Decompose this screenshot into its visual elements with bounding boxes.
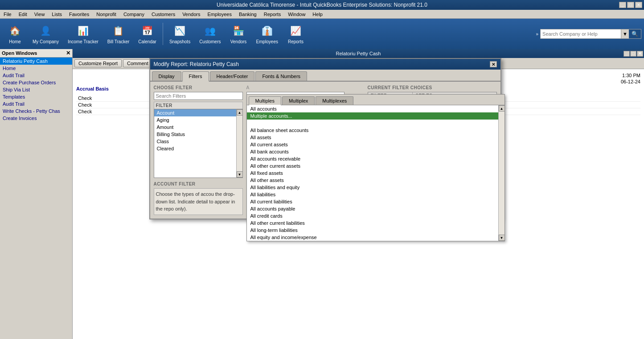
dropdown-item-all-other-current-liabilities[interactable]: All other current liabilities [247, 219, 498, 227]
filter-item-class[interactable]: Class [154, 138, 236, 145]
dropdown-list-wrapper: All accounts Multiple accounts... All ba… [247, 105, 505, 241]
menu-banking[interactable]: Banking [237, 12, 258, 17]
toolbar: 🏠 Home 👤 My Company 📊 Income Tracker 📋 B… [0, 19, 644, 49]
snapshots-icon: 📉 [173, 24, 187, 38]
dropdown-tab-multiplex[interactable]: Multiplex [282, 96, 315, 105]
dropdown-item-all-liabilities[interactable]: All liabilities [247, 191, 498, 198]
filter-item-cleared[interactable]: Cleared [154, 145, 236, 152]
menu-vendors[interactable]: Vendors [180, 12, 202, 17]
window-item-ship-via-list[interactable]: Ship Via List [0, 86, 72, 93]
account-label: A [246, 85, 364, 90]
customers-icon: 👥 [203, 24, 217, 38]
search-dropdown[interactable]: ▼ [621, 29, 629, 38]
window-item-home[interactable]: Home [0, 65, 72, 72]
dropdown-item-all-credit-cards[interactable]: All credit cards [247, 212, 498, 219]
dropdown-item-all-balance-sheet[interactable]: All balance sheet accounts [247, 127, 498, 134]
more-button[interactable]: » [536, 32, 539, 37]
filter-scroll-up[interactable]: ▲ [237, 109, 243, 116]
search-go-button[interactable]: 🔍 [629, 29, 641, 38]
menu-view[interactable]: View [33, 12, 47, 17]
filter-item-aging[interactable]: Aging [154, 116, 236, 124]
open-windows-header: Open Windows ✕ [0, 49, 72, 58]
dropdown-item-all-accounts[interactable]: All accounts [247, 105, 498, 112]
menu-customers[interactable]: Customers [150, 12, 177, 17]
close-panel-button[interactable]: ✕ [66, 50, 70, 56]
dropdown-tabs: Multiples Multiplex Multiplexes [247, 95, 505, 105]
window-item-audit-trail[interactable]: Audit Trail [0, 72, 72, 79]
toolbar-vendors-label: Vendors [230, 39, 247, 44]
dropdown-item-spacer [247, 120, 498, 127]
window-item-create-purchase-orders[interactable]: Create Purchase Orders [0, 79, 72, 86]
close-button[interactable]: ✕ [635, 2, 642, 8]
menu-company[interactable]: Company [122, 12, 146, 17]
toolbar-bill-tracker-label: Bill Tracker [107, 39, 129, 44]
menu-nonprofit[interactable]: Nonprofit [94, 12, 118, 17]
filter-scroll-down[interactable]: ▼ [237, 171, 243, 178]
menu-favorites[interactable]: Favorites [67, 12, 91, 17]
income-tracker-icon: 📊 [76, 24, 90, 38]
toolbar-calendar[interactable]: 📅 Calendar [135, 22, 160, 46]
dropdown-scroll-up[interactable]: ▲ [499, 105, 505, 112]
window-item-petty-cash[interactable]: Relatoriu Petty Cash [0, 58, 72, 65]
toolbar-income-tracker-label: Income Tracker [68, 39, 98, 44]
app-title: Universidade Católica Timorense - Intuit… [217, 2, 427, 8]
dropdown-item-all-long-term-liabilities[interactable]: All long-term liabilities [247, 227, 498, 234]
dropdown-item-all-assets[interactable]: All assets [247, 134, 498, 141]
window-item-audit-trail-2[interactable]: Audit Trail [0, 100, 72, 107]
toolbar-home[interactable]: 🏠 Home [3, 22, 27, 46]
menu-lists[interactable]: Lists [50, 12, 64, 17]
toolbar-reports-label: Reports [288, 39, 304, 44]
dropdown-item-all-fixed-assets[interactable]: All fixed assets [247, 170, 498, 177]
dropdown-item-all-other-current-assets[interactable]: All other current assets [247, 162, 498, 170]
window-item-templates[interactable]: Templates [0, 93, 72, 100]
dropdown-item-multiple-accounts[interactable]: Multiple accounts... [247, 112, 498, 120]
account-dropdown-popup: Multiples Multiplex Multiplexes All acco… [246, 94, 505, 241]
window-item-create-invoices[interactable]: Create Invoices [0, 115, 72, 122]
maximize-button[interactable]: □ [627, 2, 634, 8]
dropdown-item-all-other-assets[interactable]: All other assets [247, 177, 498, 184]
menu-file[interactable]: File [2, 12, 13, 17]
dropdown-item-all-liabilities-equity[interactable]: All liabilities and equity [247, 184, 498, 191]
minimize-button[interactable]: _ [619, 2, 626, 8]
toolbar-income-tracker[interactable]: 📊 Income Tracker [64, 22, 102, 46]
filter-item-account[interactable]: Account [154, 109, 236, 116]
menu-reports[interactable]: Reports [262, 12, 283, 17]
filter-item-amount[interactable]: Amount [154, 124, 236, 131]
dropdown-item-all-current-liabilities[interactable]: All current liabilities [247, 198, 498, 205]
filter-item-billing-status[interactable]: Billing Status [154, 131, 236, 138]
tab-fonts-numbers[interactable]: Fonts & Numbers [255, 71, 307, 81]
toolbar-employees[interactable]: 👔 Employees [253, 22, 282, 46]
tab-display[interactable]: Display [152, 71, 181, 81]
dropdown-item-all-accounts-receivable[interactable]: All accounts receivable [247, 155, 498, 162]
toolbar-snapshots-label: Snapshots [169, 39, 190, 44]
dropdown-item-all-equity[interactable]: All equity and income/expense [247, 234, 498, 241]
dropdown-item-all-accounts-payable[interactable]: All accounts payable [247, 205, 498, 212]
filter-search-input[interactable] [154, 92, 243, 100]
dropdown-tab-multiplexes[interactable]: Multiplexes [316, 96, 353, 105]
calendar-icon: 📅 [140, 24, 155, 38]
toolbar-vendors[interactable]: 🏪 Vendors [226, 22, 251, 46]
toolbar-reports[interactable]: 📈 Reports [283, 22, 308, 46]
menu-employees[interactable]: Employees [206, 12, 234, 17]
toolbar-customers[interactable]: 👥 Customers [196, 22, 224, 46]
menu-window[interactable]: Window [286, 12, 307, 17]
window-item-write-checks[interactable]: Write Checks - Petty Chas [0, 107, 72, 115]
dropdown-tab-multiples[interactable]: Multiples [249, 96, 281, 106]
menu-help[interactable]: Help [311, 12, 324, 17]
toolbar-bill-tracker[interactable]: 📋 Bill Tracker [104, 22, 133, 46]
toolbar-snapshots[interactable]: 📉 Snapshots [166, 22, 194, 46]
toolbar-my-company[interactable]: 👤 My Company [29, 22, 62, 46]
tab-header-footer[interactable]: Header/Footer [210, 71, 255, 81]
dialog-close-button[interactable]: ✕ [490, 61, 497, 67]
my-company-icon: 👤 [38, 24, 53, 38]
toolbar-calendar-label: Calendar [138, 39, 156, 44]
tab-filters[interactable]: Filters [182, 71, 209, 82]
dropdown-scroll-down[interactable]: ▼ [499, 235, 505, 241]
menu-edit[interactable]: Edit [17, 12, 29, 17]
dropdown-item-all-bank-accounts[interactable]: All bank accounts [247, 148, 498, 155]
bill-tracker-icon: 📋 [111, 24, 126, 38]
title-controls: _ □ ✕ [619, 2, 642, 8]
reports-icon: 📈 [288, 24, 303, 38]
search-input[interactable] [541, 31, 621, 37]
dropdown-item-all-current-assets[interactable]: All current assets [247, 141, 498, 148]
